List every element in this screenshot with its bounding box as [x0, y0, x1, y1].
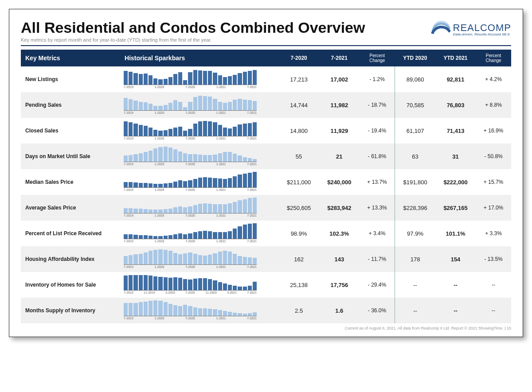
table-header-row: Key Metrics Historical Sparkbars 7-2020 … [21, 50, 511, 66]
metric-pct-2: -- [476, 298, 511, 323]
metric-month-curr: 1.6 [319, 298, 360, 323]
metric-month-prev: 98.9% [278, 221, 319, 246]
report-page: All Residential and Condos Combined Over… [9, 9, 523, 337]
col-sparkbars: Historical Sparkbars [122, 50, 278, 66]
metric-name: Housing Affordability Index [21, 246, 122, 272]
sparkbar-cell: 7-20191-20207-20201-20217-2021 [122, 92, 278, 118]
metric-ytd-prev: 70,585 [395, 92, 435, 118]
metric-ytd-prev: 63 [395, 144, 435, 169]
metric-ytd-prev: 61,107 [395, 118, 435, 144]
table-row: Closed Sales7-20191-20207-20201-20217-20… [21, 118, 511, 144]
sparkbar-cell: 7-20191-20207-20201-20217-2021 [122, 66, 278, 92]
metric-pct-2: - 13.5% [476, 246, 511, 272]
col-month-curr: 7-2021 [319, 50, 360, 66]
metric-pct-1: - 29.4% [360, 272, 395, 298]
metric-name: Average Sales Price [21, 195, 122, 221]
metric-month-curr: 17,002 [319, 66, 360, 92]
table-row: Pending Sales7-20191-20207-20201-20217-2… [21, 92, 511, 118]
metric-month-prev: 162 [278, 246, 319, 272]
sparkbar-cell: 7-20191-20207-20201-20217-2021 [122, 169, 278, 195]
col-ytd-curr: YTD 2021 [435, 50, 476, 66]
sparkbar-cell: 7-20191-20207-20201-20217-2021 [122, 118, 278, 144]
metric-ytd-prev: 178 [395, 246, 435, 272]
col-pct-change-1: Percent Change [360, 50, 395, 66]
metric-month-prev: 25,138 [278, 272, 319, 298]
metric-name: Closed Sales [21, 118, 122, 144]
metric-ytd-curr: 154 [435, 246, 476, 272]
metric-name: Days on Market Until Sale [21, 144, 122, 169]
metric-name: Median Sales Price [21, 169, 122, 195]
metric-pct-2: + 16.9% [476, 118, 511, 144]
metrics-table: Key Metrics Historical Sparkbars 7-2020 … [21, 50, 511, 323]
metric-month-prev: 14,744 [278, 92, 319, 118]
metric-pct-1: - 11.7% [360, 246, 395, 272]
metric-name: New Listings [21, 66, 122, 92]
metric-pct-1: + 3.4% [360, 221, 395, 246]
metric-pct-2: + 8.8% [476, 92, 511, 118]
sparkbar-cell: 7-20191-20207-20201-20217-2021 [122, 298, 278, 323]
report-footer: Current as of August 6, 2021. All data f… [21, 323, 511, 330]
metric-pct-2: + 17.0% [476, 195, 511, 221]
metric-month-curr: 11,982 [319, 92, 360, 118]
metric-month-prev: 2.5 [278, 298, 319, 323]
metric-name: Percent of List Price Received [21, 221, 122, 246]
metric-month-curr: 102.3% [319, 221, 360, 246]
metric-month-prev: $211,000 [278, 169, 319, 195]
metric-ytd-prev: $191,800 [395, 169, 435, 195]
metric-ytd-prev: -- [395, 272, 435, 298]
metric-ytd-curr: 92,811 [435, 66, 476, 92]
page-title: All Residential and Condos Combined Over… [21, 19, 365, 36]
table-row: Median Sales Price7-20191-20207-20201-20… [21, 169, 511, 195]
metric-pct-1: - 18.7% [360, 92, 395, 118]
report-header: All Residential and Condos Combined Over… [21, 19, 511, 46]
metric-pct-2: + 3.3% [476, 221, 511, 246]
metric-pct-1: + 13.7% [360, 169, 395, 195]
table-row: Percent of List Price Received7-20191-20… [21, 221, 511, 246]
metric-pct-1: + 13.3% [360, 195, 395, 221]
metric-month-prev: $250,605 [278, 195, 319, 221]
title-block: All Residential and Condos Combined Over… [21, 19, 365, 43]
metric-ytd-curr: -- [435, 272, 476, 298]
table-row: Inventory of Homes for Sale7-201911-2019… [21, 272, 511, 298]
metric-pct-1: - 19.4% [360, 118, 395, 144]
metric-month-prev: 55 [278, 144, 319, 169]
metric-ytd-prev: -- [395, 298, 435, 323]
metric-pct-2: -- [476, 272, 511, 298]
logo-name: REALCOMP [453, 23, 511, 33]
sparkbar-cell: 7-20191-20207-20201-20217-2021 [122, 246, 278, 272]
metric-ytd-prev: 97.9% [395, 221, 435, 246]
sparkbar-cell: 7-20191-20207-20201-20217-2021 [122, 144, 278, 169]
table-row: New Listings7-20191-20207-20201-20217-20… [21, 66, 511, 92]
metric-name: Inventory of Homes for Sale [21, 272, 122, 298]
table-row: Days on Market Until Sale7-20191-20207-2… [21, 144, 511, 169]
metric-pct-2: - 50.8% [476, 144, 511, 169]
metric-ytd-curr: $222,000 [435, 169, 476, 195]
metric-ytd-prev: 89,060 [395, 66, 435, 92]
metric-ytd-curr: 101.1% [435, 221, 476, 246]
col-ytd-prev: YTD 2020 [395, 50, 435, 66]
metric-month-curr: $240,000 [319, 169, 360, 195]
col-month-prev: 7-2020 [278, 50, 319, 66]
sparkbar-cell: 7-20191-20207-20201-20217-2021 [122, 195, 278, 221]
metric-pct-1: - 36.0% [360, 298, 395, 323]
realcomp-logo: REALCOMP Data-driven, Results-focused ML… [431, 19, 511, 39]
metric-ytd-curr: $267,165 [435, 195, 476, 221]
page-subtitle: Key metrics by report month and for year… [21, 37, 365, 43]
metric-pct-2: + 15.7% [476, 169, 511, 195]
realcomp-swoosh-icon [431, 21, 450, 39]
metric-name: Pending Sales [21, 92, 122, 118]
metric-name: Months Supply of Inventory [21, 298, 122, 323]
col-pct-change-2: Percent Change [476, 50, 511, 66]
table-row: Months Supply of Inventory7-20191-20207-… [21, 298, 511, 323]
metric-month-curr: 21 [319, 144, 360, 169]
metric-pct-2: + 4.2% [476, 66, 511, 92]
metric-pct-1: - 61.8% [360, 144, 395, 169]
metric-month-curr: 143 [319, 246, 360, 272]
col-metrics: Key Metrics [21, 50, 122, 66]
metric-month-prev: 14,800 [278, 118, 319, 144]
metric-pct-1: - 1.2% [360, 66, 395, 92]
metric-month-curr: $283,942 [319, 195, 360, 221]
metric-month-curr: 17,756 [319, 272, 360, 298]
metric-month-curr: 11,929 [319, 118, 360, 144]
metric-ytd-curr: -- [435, 298, 476, 323]
